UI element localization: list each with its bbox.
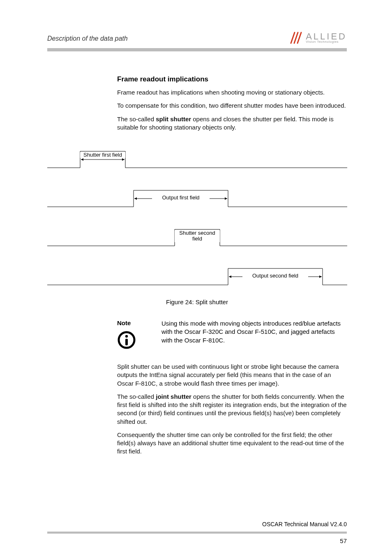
- note-text: Using this mode with moving objects intr…: [161, 319, 347, 345]
- figure-caption: Figure 24: Split shutter: [47, 298, 347, 305]
- header-divider: [47, 48, 347, 51]
- note-block: Note Using this mode with moving objects…: [117, 319, 347, 351]
- note-label: Note: [117, 319, 154, 326]
- svg-point-28: [125, 335, 128, 338]
- body-paragraph: To compensate for this condition, two di…: [117, 102, 347, 110]
- fig-label-output-first: Output first field: [162, 194, 199, 201]
- section-heading: Frame readout implications: [117, 75, 347, 83]
- body-paragraph: The so-called joint shutter opens the sh…: [117, 393, 347, 426]
- body-paragraph: Consequently the shutter time can only b…: [117, 431, 347, 456]
- body-paragraph: Split shutter can be used with continuou…: [117, 363, 347, 388]
- fig-label-shutter-second: Shutter second field: [179, 230, 215, 242]
- body-paragraph: Frame readout has implications when shoo…: [117, 88, 347, 97]
- brand-logo: ALLIED Vision Technologies: [289, 31, 347, 45]
- footer-text: OSCAR Technical Manual V2.4.0: [47, 521, 347, 527]
- svg-line-0: [291, 32, 295, 43]
- text-run: The so-called: [117, 393, 156, 400]
- fig-label-shutter-first: Shutter first field: [83, 152, 122, 158]
- breadcrumb: Description of the data path: [47, 35, 128, 45]
- bold-term: split shutter: [156, 116, 191, 123]
- fig-label-output-second: Output second field: [252, 273, 298, 279]
- bold-term: joint shutter: [156, 393, 191, 400]
- logo-bars-icon: [289, 31, 303, 45]
- info-icon: [117, 331, 154, 351]
- body-paragraph: The so-called split shutter opens and cl…: [117, 115, 347, 132]
- footer-divider: [47, 532, 347, 534]
- svg-rect-29: [125, 339, 128, 345]
- figure-split-shutter: Shutter first field Output first field: [47, 143, 347, 305]
- page-number: 57: [340, 537, 347, 544]
- svg-line-1: [294, 32, 298, 43]
- text-run: The so-called: [117, 116, 156, 123]
- svg-line-2: [297, 32, 301, 43]
